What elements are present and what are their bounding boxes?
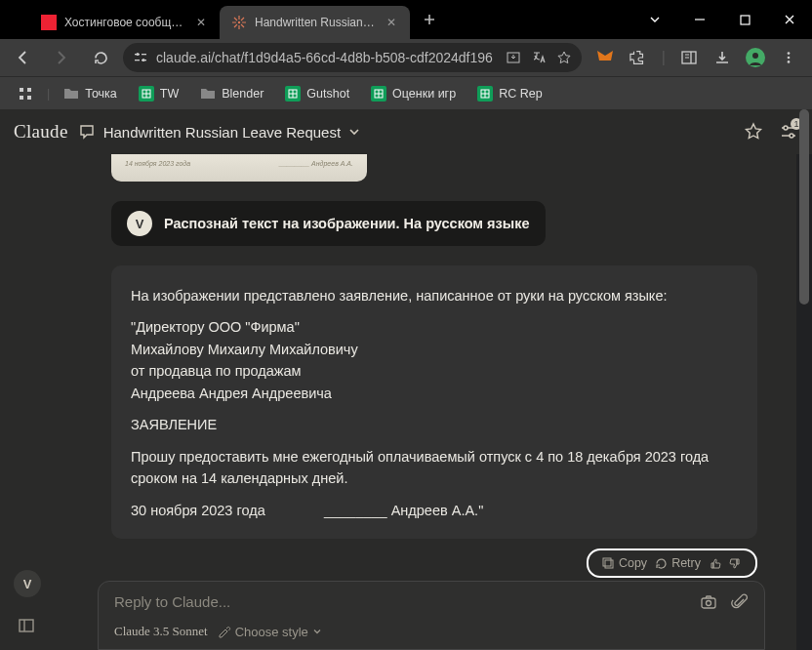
settings-icon[interactable] (779, 122, 798, 142)
folder-icon (63, 86, 79, 102)
close-icon[interactable]: ✕ (385, 16, 398, 29)
chat-title-text: Handwritten Russian Leave Request (103, 124, 341, 141)
url-text: claude.ai/chat/f1d9d4a5-66cd-4d8b-b508-c… (156, 50, 493, 65)
style-selector[interactable]: Choose style (218, 625, 322, 639)
attachment-thumbnail[interactable]: 14 ноября 2023 года ________ Андреев А.А… (111, 154, 367, 182)
url-field[interactable]: claude.ai/chat/f1d9d4a5-66cd-4d8b-b508-c… (123, 43, 582, 72)
assistant-message: На изображении представлено заявление, н… (111, 265, 757, 539)
menu-icon[interactable] (779, 48, 798, 67)
attachment-text-left: 14 ноября 2023 года (125, 160, 190, 176)
sheets-icon (285, 86, 301, 102)
tab-title: Хостинговое сообщество «Tin (64, 16, 186, 29)
browser-tab-1[interactable]: Handwritten Russian Leave Req ✕ (220, 6, 410, 39)
downloads-icon[interactable] (712, 48, 732, 67)
svg-rect-53 (702, 598, 715, 608)
svg-rect-5 (135, 60, 140, 61)
apps-icon[interactable] (10, 82, 41, 105)
tab-favicon-starburst (231, 15, 247, 30)
chevron-down-icon (348, 126, 360, 138)
chat-title[interactable]: Handwritten Russian Leave Request (78, 123, 360, 141)
app-header: Claude Handwritten Russian Leave Request (0, 109, 812, 154)
svg-rect-22 (27, 96, 31, 100)
close-window-button[interactable] (767, 0, 812, 39)
bookmark-tw[interactable]: TW (131, 82, 186, 105)
maximize-button[interactable] (722, 0, 767, 39)
svg-rect-2 (741, 16, 750, 24)
profile-avatar[interactable] (746, 48, 765, 67)
metamask-icon[interactable] (595, 48, 615, 67)
collapse-sidebar-icon[interactable] (18, 617, 35, 634)
bookmark-gutshot[interactable]: Gutshot (277, 82, 357, 105)
claude-logo[interactable]: Claude (14, 121, 68, 142)
side-panel-icon[interactable] (679, 48, 699, 67)
thumbs-down-icon[interactable] (729, 557, 742, 570)
camera-icon[interactable] (700, 593, 717, 611)
bookmark-otsenki[interactable]: Оценки игр (363, 82, 464, 105)
sheets-icon (139, 86, 154, 102)
bookmarks-bar: | Точка TW Blender Gutshot Оценки игр RC… (0, 76, 812, 109)
minimize-button[interactable] (677, 0, 722, 39)
svg-point-7 (137, 53, 140, 56)
site-settings-icon[interactable] (133, 50, 148, 65)
svg-rect-21 (20, 96, 23, 100)
close-icon[interactable]: ✕ (194, 16, 208, 29)
assistant-line: от продавца по продажам (131, 360, 738, 382)
browser-tab-0[interactable]: Хостинговое сообщество «Tin ✕ (29, 6, 220, 39)
bookmark-rcrep[interactable]: RC Rep (469, 82, 549, 105)
tab-favicon-red (41, 15, 57, 30)
back-button[interactable] (6, 42, 39, 73)
svg-rect-41 (605, 560, 613, 568)
star-icon[interactable] (744, 122, 763, 142)
sidebar-avatar[interactable]: V (14, 570, 41, 597)
sheets-icon (477, 86, 493, 102)
svg-rect-4 (142, 54, 146, 55)
bookmark-star-icon[interactable] (556, 50, 572, 65)
svg-rect-42 (603, 558, 611, 566)
extension-icons: | (588, 48, 806, 67)
svg-rect-51 (20, 620, 33, 631)
svg-point-54 (707, 601, 711, 606)
composer-placeholder: Reply to Claude... (114, 593, 749, 610)
address-bar: claude.ai/chat/f1d9d4a5-66cd-4d8b-b508-c… (0, 39, 812, 76)
attachment-text-right: ________ Андреев А.А. (279, 160, 353, 176)
install-icon[interactable] (506, 50, 521, 65)
retry-button[interactable]: Retry (655, 556, 701, 570)
window-controls (632, 0, 812, 39)
svg-point-16 (788, 52, 791, 55)
svg-point-8 (142, 59, 145, 61)
composer[interactable]: Reply to Claude... Claude 3.5 Sonnet Cho… (98, 581, 765, 650)
forward-button[interactable] (45, 42, 78, 73)
titlebar: Хостинговое сообщество «Tin ✕ Handwritte… (0, 0, 812, 39)
assistant-line: Андреева Андрея Андреевича (131, 383, 738, 404)
attachment-icon[interactable] (731, 593, 749, 611)
svg-point-15 (752, 53, 758, 59)
scrollbar-thumb[interactable] (799, 109, 809, 305)
dropdown-icon[interactable] (632, 0, 677, 39)
assistant-line: На изображении представлено заявление, н… (131, 285, 738, 306)
svg-point-40 (790, 134, 793, 138)
reload-button[interactable] (84, 42, 117, 73)
bookmark-tochka[interactable]: Точка (56, 82, 125, 105)
svg-point-17 (788, 57, 791, 60)
message-actions: Copy Retry (587, 548, 757, 578)
sheets-icon (371, 86, 386, 102)
new-tab-button[interactable] (416, 6, 443, 33)
folder-icon (200, 86, 216, 102)
assistant-line: "Директору ООО "Фирма" (131, 316, 738, 338)
svg-rect-19 (20, 88, 23, 92)
user-message: V Распознай текст на изображении. На рус… (111, 201, 546, 246)
bookmark-blender[interactable]: Blender (192, 82, 271, 105)
svg-point-18 (788, 61, 791, 63)
thumbs-up-icon[interactable] (709, 557, 721, 570)
copy-button[interactable]: Copy (602, 556, 647, 570)
svg-rect-0 (41, 15, 57, 30)
user-avatar: V (127, 211, 152, 236)
chat-content: 14 ноября 2023 года ________ Андреев А.А… (0, 154, 796, 650)
assistant-signature: 30 ноября 2023 года ________ Андреев А.А… (131, 500, 738, 521)
svg-point-1 (238, 21, 240, 23)
extensions-icon[interactable] (629, 48, 648, 67)
user-message-text: Распознай текст на изображении. На русск… (164, 216, 530, 231)
chevron-down-icon (312, 627, 322, 636)
translate-icon[interactable] (531, 50, 547, 65)
model-selector[interactable]: Claude 3.5 Sonnet (114, 624, 208, 639)
